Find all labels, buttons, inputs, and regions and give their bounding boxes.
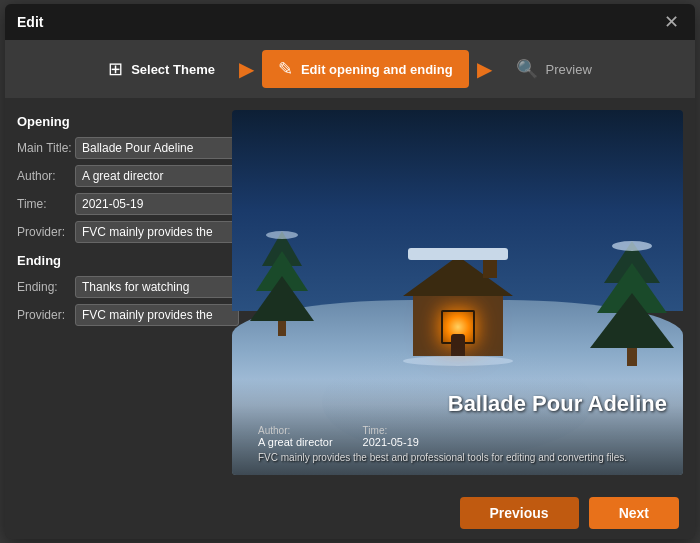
snow-scene: Ballade Pour Adeline Author: A great dir…: [232, 110, 683, 475]
preview-panel: Ballade Pour Adeline Author: A great dir…: [232, 110, 683, 475]
step1-label: Select Theme: [131, 62, 215, 77]
author-row: Author:: [17, 165, 220, 187]
preview-overlay: Ballade Pour Adeline Author: A great dir…: [232, 379, 683, 475]
main-title-row: Main Title:: [17, 137, 220, 159]
preview-icon: 🔍: [516, 58, 538, 80]
next-button[interactable]: Next: [589, 497, 679, 529]
preview-time-key: Time:: [363, 425, 419, 436]
content-area: Opening Main Title: Author: Time: Provid…: [5, 98, 695, 487]
time-row: Time:: [17, 193, 220, 215]
author-label: Author:: [17, 169, 75, 183]
preview-time-val: 2021-05-19: [363, 436, 419, 448]
preview-author-item: Author: A great director: [258, 425, 333, 448]
ending-field-label: Ending:: [17, 280, 75, 294]
toolbar: ⊞ Select Theme ▶ ✎ Edit opening and endi…: [5, 40, 695, 98]
tree-left: [250, 231, 314, 336]
arrow1-icon: ▶: [231, 57, 262, 81]
preview-author-key: Author:: [258, 425, 333, 436]
step2-label: Edit opening and ending: [301, 62, 453, 77]
title-bar: Edit ✕: [5, 4, 695, 40]
preview-author-val: A great director: [258, 436, 333, 448]
provider-row: Provider:: [17, 221, 220, 243]
step1-select-theme[interactable]: ⊞ Select Theme: [92, 50, 231, 88]
author-input[interactable]: [75, 165, 239, 187]
preview-meta: Author: A great director Time: 2021-05-1…: [248, 425, 667, 448]
provider-input[interactable]: [75, 221, 239, 243]
main-title-input[interactable]: [75, 137, 239, 159]
previous-button[interactable]: Previous: [460, 497, 579, 529]
edit-icon: ✎: [278, 58, 293, 80]
tree-right-big: [590, 241, 674, 366]
ending-row: Ending:: [17, 276, 220, 298]
step3-label: Preview: [546, 62, 592, 77]
time-label: Time:: [17, 197, 75, 211]
ending-provider-label: Provider:: [17, 308, 75, 322]
select-theme-icon: ⊞: [108, 58, 123, 80]
footer: Previous Next: [5, 487, 695, 539]
provider-label: Provider:: [17, 225, 75, 239]
opening-section-label: Opening: [17, 114, 220, 129]
dialog-title: Edit: [17, 14, 43, 30]
preview-provider-text: FVC mainly provides the best and profess…: [248, 452, 667, 463]
arrow2-icon: ▶: [469, 57, 500, 81]
time-input[interactable]: [75, 193, 239, 215]
preview-time-item: Time: 2021-05-19: [363, 425, 419, 448]
close-button[interactable]: ✕: [660, 13, 683, 31]
main-title-label: Main Title:: [17, 141, 75, 155]
step2-edit-opening[interactable]: ✎ Edit opening and ending: [262, 50, 469, 88]
edit-dialog: Edit ✕ ⊞ Select Theme ▶ ✎ Edit opening a…: [5, 4, 695, 539]
step3-preview[interactable]: 🔍 Preview: [500, 50, 608, 88]
ending-provider-input[interactable]: [75, 304, 239, 326]
preview-title: Ballade Pour Adeline: [248, 391, 667, 417]
ending-input[interactable]: [75, 276, 239, 298]
ending-provider-row: Provider:: [17, 304, 220, 326]
ending-section-label: Ending: [17, 253, 220, 268]
left-panel: Opening Main Title: Author: Time: Provid…: [17, 110, 232, 475]
